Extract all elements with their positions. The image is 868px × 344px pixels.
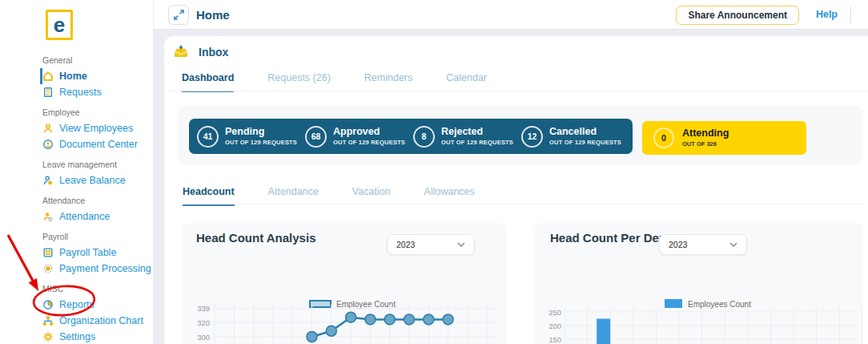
payroll-table-icon — [42, 247, 54, 258]
sidebar-item-requests[interactable]: Requests — [40, 84, 154, 100]
tab-calendar[interactable]: Calendar — [446, 72, 487, 92]
sidebar-section-employee: EmployeeView EmployeesDocument Center — [0, 104, 154, 152]
stat-count-circle: 8 — [413, 126, 435, 148]
stat-sublabel: OUT OF 129 REQUESTS — [333, 139, 405, 146]
tab-requests-26[interactable]: Requests (26) — [267, 72, 331, 92]
bar-series-employees-count — [597, 319, 610, 344]
attending-sublabel: OUT OF 326 — [682, 140, 729, 148]
inbox-tabs: DashboardRequests (26)RemindersCalendar — [182, 72, 487, 92]
data-point — [365, 314, 376, 325]
svg-text:339: 339 — [197, 304, 210, 313]
svg-text:300: 300 — [197, 333, 210, 342]
sidebar-item-label: Organization Chart — [59, 315, 143, 326]
sidebar-item-label: Leave Balance — [59, 175, 126, 186]
data-point — [346, 312, 356, 322]
stat-label: Rejected — [441, 127, 513, 137]
stat-count-circle: 68 — [305, 126, 327, 148]
svg-text:250: 250 — [549, 308, 561, 317]
view-employees-icon — [42, 123, 54, 134]
department-bar-chart: Employees Count250200150 — [534, 223, 863, 344]
sidebar-section-misc: MISCReportsOrganization ChartSettings — [0, 281, 154, 344]
svg-text:320: 320 — [197, 318, 210, 327]
sidebar-section-payroll: PayrollPayroll TablePayment Processing — [0, 229, 154, 277]
share-announcement-button[interactable]: Share Announcement — [676, 6, 799, 25]
line-series-employee-count — [307, 312, 453, 342]
y-axis-ticks: 339320300 — [197, 304, 210, 341]
sidebar-item-label: View Employees — [59, 123, 133, 134]
attending-count-circle: 0 — [653, 127, 674, 148]
stat-count-circle: 12 — [521, 126, 543, 148]
sidebar-item-settings[interactable]: Settings — [40, 329, 154, 344]
sidebar-item-label: Settings — [59, 331, 95, 342]
main-content: Inbox DashboardRequests (26)RemindersCal… — [164, 36, 868, 344]
section-label: Attendance — [0, 192, 154, 208]
stat-label: Pending — [225, 127, 297, 137]
svg-text:Employee Count: Employee Count — [336, 300, 396, 309]
section-label: Payroll — [0, 229, 154, 245]
inbox-title: Inbox — [199, 46, 228, 59]
top-header: Home Share Announcement Help — [154, 0, 868, 30]
section-label: Employee — [0, 104, 154, 120]
sidebar-item-home[interactable]: Home — [40, 68, 154, 84]
data-point — [443, 314, 453, 325]
sidebar-item-payroll-table[interactable]: Payroll Table — [40, 245, 154, 261]
collapse-sidebar-button[interactable] — [168, 5, 189, 25]
sidebar-item-leave-balance[interactable]: Leave Balance — [40, 172, 154, 188]
sidebar-item-label: Payroll Table — [59, 247, 116, 258]
app-logo-letter: e — [54, 13, 65, 38]
sidebar-item-document-center[interactable]: Document Center — [40, 136, 154, 152]
tabs-separator-2 — [183, 204, 863, 204]
data-point — [384, 314, 395, 325]
sidebar: e GeneralHomeRequestsEmployeeView Employ… — [0, 0, 154, 344]
header-divider — [850, 6, 851, 23]
y-axis-ticks: 250200150 — [549, 308, 561, 344]
home-icon — [42, 71, 54, 82]
legend-swatch — [665, 299, 682, 308]
svg-text:150: 150 — [549, 335, 561, 344]
stat-label: Cancelled — [549, 127, 621, 137]
tab-reminders[interactable]: Reminders — [364, 72, 412, 92]
sidebar-item-view-employees[interactable]: View Employees — [40, 120, 154, 136]
help-link[interactable]: Help — [816, 9, 838, 20]
sidebar-item-label: Attendance — [59, 211, 110, 222]
tab-dashboard[interactable]: Dashboard — [182, 72, 234, 92]
svg-text:Employees Count: Employees Count — [688, 300, 751, 309]
sidebar-item-organization-chart[interactable]: Organization Chart — [40, 313, 154, 329]
sidebar-item-payment-processing[interactable]: Payment Processing — [40, 261, 154, 277]
sidebar-section-leave-management: Leave managementLeave Balance — [0, 156, 154, 188]
requests-icon — [42, 87, 54, 98]
page-title: Home — [196, 8, 230, 22]
settings-icon — [42, 331, 54, 342]
section-label: General — [0, 52, 154, 68]
inbox-icon — [174, 45, 188, 58]
app-logo[interactable]: e — [46, 10, 73, 40]
org-chart-icon — [42, 315, 54, 326]
stat-sublabel: OUT OF 129 REQUESTS — [549, 139, 621, 146]
reports-icon — [42, 299, 54, 310]
headcount-analysis-card: Head Count Analysis 2023 Employee Count3… — [183, 223, 507, 344]
attending-label: Attending — [682, 128, 729, 139]
sidebar-item-label: Home — [59, 71, 87, 82]
stat-label: Approved — [333, 127, 405, 137]
svg-text:200: 200 — [549, 322, 561, 330]
document-center-icon — [42, 139, 54, 150]
section-label: MISC — [0, 281, 154, 297]
stat-count-circle: 41 — [197, 126, 219, 148]
leave-balance-icon — [42, 175, 54, 186]
stat-rejected: 8RejectedOUT OF 129 REQUESTS — [413, 126, 521, 148]
request-stats-bar: 41PendingOUT OF 129 REQUESTS68ApprovedOU… — [189, 119, 633, 154]
chart-legend: Employee Count — [310, 300, 396, 309]
stat-cancelled: 12CancelledOUT OF 129 REQUESTS — [521, 126, 629, 148]
data-point — [326, 326, 336, 336]
sidebar-item-attendance[interactable]: Attendance — [40, 208, 154, 225]
section-label: Leave management — [0, 156, 154, 172]
headcount-line-chart: Employee Count339320300 — [183, 223, 507, 344]
chart-legend: Employees Count — [665, 299, 751, 309]
sidebar-item-label: Requests — [59, 87, 102, 98]
legend-swatch — [310, 301, 331, 307]
stat-sublabel: OUT OF 129 REQUESTS — [441, 139, 513, 146]
chart-grid — [215, 305, 500, 344]
sidebar-item-reports[interactable]: Reports — [40, 297, 154, 313]
headcount-per-department-card: Head Count Per Department 2023 Employees… — [534, 223, 863, 344]
sidebar-item-label: Payment Processing — [59, 263, 151, 274]
